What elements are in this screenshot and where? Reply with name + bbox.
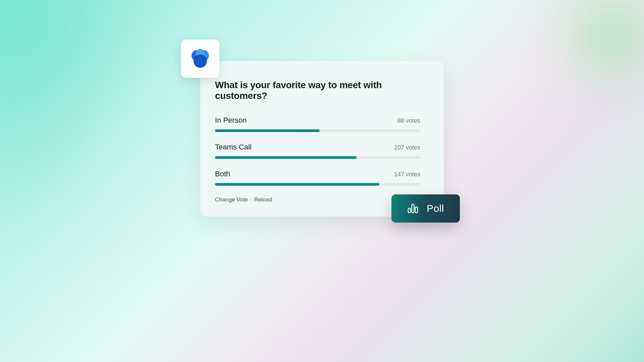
app-logo-icon [190, 48, 211, 69]
change-vote-link[interactable]: Change Vote [215, 196, 248, 203]
action-separator: · [249, 196, 253, 203]
poll-option-votes: 88 votes [397, 117, 420, 124]
svg-rect-5 [412, 204, 414, 213]
svg-rect-4 [408, 208, 411, 213]
poll-card: What is your favorite way to meet with c… [200, 61, 444, 217]
poll-option-header: In Person 88 votes [215, 116, 420, 125]
poll-option-header: Both 147 votes [215, 170, 420, 178]
poll-bar-fill [215, 129, 320, 132]
poll-option[interactable]: Teams Call 107 votes [215, 143, 420, 159]
svg-point-3 [194, 54, 207, 68]
poll-option-label: Teams Call [215, 143, 252, 152]
app-icon-tile [181, 40, 219, 78]
poll-option-header: Teams Call 107 votes [215, 143, 420, 152]
poll-option[interactable]: In Person 88 votes [215, 116, 420, 132]
svg-rect-6 [415, 207, 418, 213]
poll-option-label: In Person [215, 116, 247, 125]
poll-bar-track [215, 156, 420, 159]
poll-bar-track [215, 183, 420, 186]
poll-option-votes: 147 votes [394, 171, 420, 178]
poll-actions: Change Vote · Reload [215, 196, 420, 203]
poll-bar-fill [215, 156, 357, 159]
poll-button-label: Poll [427, 203, 444, 214]
poll-option-label: Both [215, 170, 230, 178]
poll-bar-track [215, 129, 420, 132]
poll-button[interactable]: Poll [391, 194, 460, 223]
poll-option-votes: 107 votes [394, 144, 420, 151]
poll-bar-fill [215, 183, 379, 186]
reload-link[interactable]: Reload [254, 196, 272, 203]
poll-question: What is your favorite way to meet with c… [215, 80, 420, 101]
bar-chart-icon [407, 203, 419, 214]
poll-option[interactable]: Both 147 votes [215, 170, 420, 186]
